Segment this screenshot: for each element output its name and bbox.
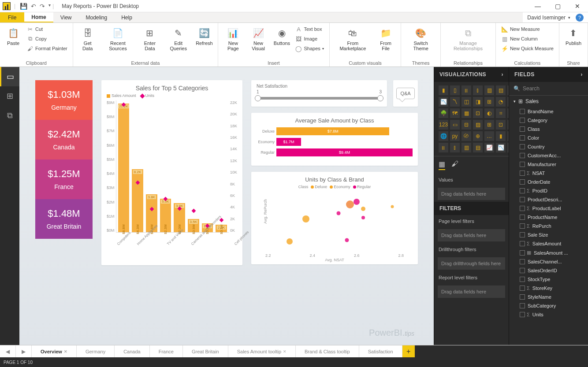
help-icon[interactable]: ? [576, 14, 584, 22]
field-item[interactable]: SubCategory [509, 301, 588, 310]
manage-relationships-button[interactable]: ⧉Manage Relationships [444, 25, 492, 53]
data-view-icon[interactable]: ⊞ [0, 86, 19, 106]
field-item[interactable]: OrderDate [509, 178, 588, 186]
field-item[interactable]: Manufacturer [509, 160, 588, 169]
field-item[interactable]: Class [509, 125, 588, 133]
field-checkbox[interactable] [520, 241, 525, 246]
page-tab[interactable]: Great Britain [183, 345, 228, 357]
publish-button[interactable]: ⬆Publish [563, 25, 584, 48]
recent-sources-button[interactable]: 📄Recent Sources [100, 25, 136, 53]
field-checkbox[interactable] [520, 197, 525, 202]
page-filters-dropzone[interactable]: Drag data fields here [438, 229, 505, 241]
user-account[interactable]: David Iseminger▾ ? [523, 12, 588, 22]
avg-sale-by-class-chart[interactable]: Average Sale Amount by Class Deluxe$7.8M… [251, 113, 418, 166]
new-measure-button[interactable]: 📐New Measure [499, 25, 555, 33]
field-item[interactable]: SalesChannel... [509, 257, 588, 266]
from-file-button[interactable]: 📁From File [374, 25, 397, 53]
field-checkbox[interactable] [520, 232, 525, 237]
report-canvas[interactable]: $1.03MGermany$2.42MCanada$1.25MFrance$1.… [19, 67, 434, 345]
visual-type-icon[interactable]: ◨ [473, 97, 483, 107]
visual-type-icon[interactable]: ⌗ [496, 108, 506, 118]
buttons-button[interactable]: ◉Buttons [272, 25, 291, 48]
units-by-class-brand-chart[interactable]: Units by Class & Brand ClassDeluxeEconom… [251, 172, 418, 264]
kpi-card[interactable]: $1.03MGermany [35, 80, 93, 120]
visual-type-icon[interactable]: ▤ [473, 143, 483, 152]
page-tab[interactable]: Satisfaction [359, 345, 402, 357]
table-sales[interactable]: ▾⊞Sales [509, 96, 588, 107]
visual-type-icon[interactable]: 123 [439, 120, 448, 130]
page-tab[interactable]: France [150, 345, 183, 357]
field-checkbox[interactable] [520, 312, 525, 317]
values-dropzone[interactable]: Drag data fields here [438, 188, 505, 200]
kpi-card[interactable]: $2.42MCanada [35, 120, 93, 159]
page-tab[interactable]: Overview✕ [32, 345, 77, 357]
visual-type-icon[interactable]: … [484, 131, 494, 141]
copy-button[interactable]: ⧉Copy [25, 34, 69, 43]
field-checkbox[interactable] [520, 135, 525, 141]
field-checkbox[interactable] [520, 215, 525, 220]
field-checkbox[interactable] [520, 188, 525, 193]
format-painter-button[interactable]: 🖌Format Painter [25, 44, 69, 53]
model-view-icon[interactable]: ⧉ [0, 106, 19, 125]
visual-type-icon[interactable]: ⊞ [484, 120, 494, 130]
visual-type-icon[interactable]: ▮ [496, 131, 506, 141]
field-item[interactable]: Sale Size [509, 230, 588, 239]
visual-type-icon[interactable]: ◫ [461, 97, 471, 107]
collapse-icon[interactable]: › [581, 71, 583, 78]
field-item[interactable]: StyleName [509, 293, 588, 301]
field-checkbox[interactable] [520, 268, 525, 273]
tab-home[interactable]: Home [24, 12, 53, 22]
visual-type-icon[interactable]: ⊡ [496, 120, 506, 130]
field-item[interactable]: Country [509, 142, 588, 151]
shapes-button[interactable]: ◯Shapes ▾ [293, 44, 325, 53]
field-checkbox[interactable] [520, 285, 525, 291]
page-tab[interactable]: Germany [77, 345, 115, 357]
cut-button[interactable]: ✂Cut [25, 25, 69, 33]
field-checkbox[interactable] [520, 162, 525, 167]
redo-icon[interactable]: ↷ [40, 3, 45, 10]
visual-type-icon[interactable]: ⫼ [439, 143, 448, 152]
visual-type-icon[interactable]: ⊟ [461, 120, 471, 130]
page-tab[interactable]: Brand & Class tooltip [296, 345, 359, 357]
textbox-button[interactable]: AText box [293, 25, 325, 33]
field-checkbox[interactable] [520, 126, 525, 132]
slider-track[interactable] [257, 97, 382, 100]
field-item[interactable]: ProductName [509, 213, 588, 222]
file-tab[interactable]: File [0, 12, 24, 22]
visual-type-icon[interactable]: 🌳 [439, 108, 448, 118]
tab-view[interactable]: View [53, 12, 79, 22]
fields-search[interactable]: 🔍Search [509, 82, 588, 96]
from-marketplace-button[interactable]: 🛍From Marketplace [333, 25, 372, 53]
field-item[interactable]: ▦SalesAmount ... [509, 248, 588, 257]
visual-type-icon[interactable]: ▦ [461, 108, 471, 118]
tab-help[interactable]: Help [114, 12, 139, 22]
visual-type-icon[interactable]: ▤ [496, 85, 506, 95]
visual-type-icon[interactable]: ⊞ [484, 97, 494, 107]
visual-type-icon[interactable]: ▨ [473, 120, 483, 130]
paste-button[interactable]: 📋Paste [4, 25, 23, 48]
field-checkbox[interactable] [520, 153, 525, 158]
close-button[interactable]: ✕ [575, 3, 580, 10]
maximize-button[interactable]: ▢ [555, 3, 561, 10]
report-filters-dropzone[interactable]: Drag data fields here [438, 285, 505, 298]
field-item[interactable]: ProductDescri... [509, 195, 588, 204]
refresh-button[interactable]: 🔄Refresh [194, 25, 214, 48]
field-checkbox[interactable] [520, 259, 525, 264]
field-checkbox[interactable] [520, 109, 525, 114]
field-item[interactable]: ΣUnits [509, 310, 588, 319]
switch-theme-button[interactable]: 🎨Switch Theme [405, 25, 437, 53]
field-checkbox[interactable] [520, 206, 525, 211]
net-satisfaction-slicer[interactable]: Net Satisfaction 13 [251, 80, 387, 107]
visual-type-icon[interactable]: ▯ [450, 85, 460, 95]
field-item[interactable]: ΣProdID [509, 186, 588, 195]
page-nav-next[interactable]: ▶ [16, 345, 32, 357]
visual-type-icon[interactable]: ⊡ [473, 108, 483, 118]
format-icon[interactable]: 🖌 [451, 160, 458, 170]
visual-type-icon[interactable]: 📈 [484, 143, 494, 152]
visual-type-icon[interactable]: ⫼ [461, 85, 471, 95]
visual-type-icon[interactable]: ⫿ [473, 85, 483, 95]
field-item[interactable]: SalesOrderID [509, 266, 588, 275]
save-icon[interactable]: 💾 [20, 3, 27, 10]
visual-type-icon[interactable]: ⫿ [450, 143, 460, 152]
field-checkbox[interactable] [520, 223, 525, 229]
